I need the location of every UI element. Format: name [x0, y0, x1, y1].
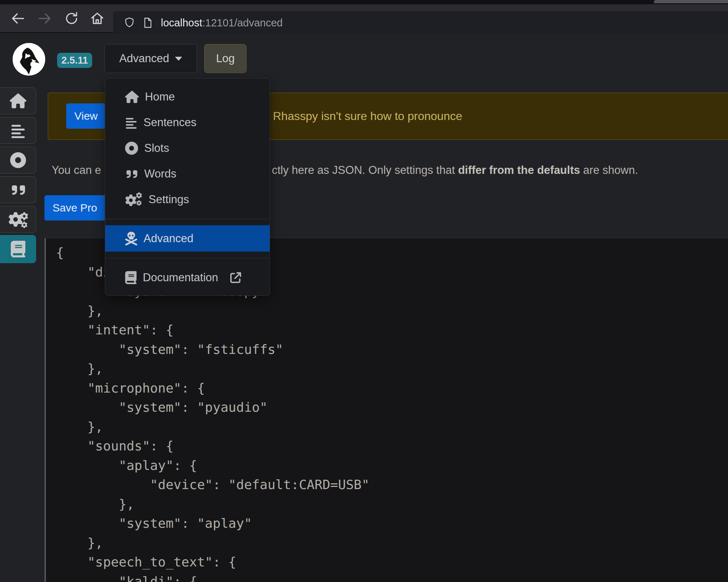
url-text: localhost:12101/advanced	[161, 17, 283, 29]
back-arrow-icon	[11, 11, 25, 26]
url-bar[interactable]: localhost:12101/advanced	[113, 11, 728, 34]
quote-right-icon	[10, 182, 26, 198]
back-button[interactable]	[11, 11, 25, 26]
save-profile-label: Save Pro	[52, 202, 97, 214]
menu-item-label: Slots	[144, 142, 169, 155]
menu-item-sentences[interactable]: Sentences	[105, 110, 270, 135]
book-icon	[10, 241, 26, 257]
external-link-icon	[230, 272, 241, 283]
rhasspy-logo-icon	[13, 43, 45, 76]
intro-text-pre: ctly here as JSON. Only settings that	[272, 164, 458, 176]
home-icon	[125, 91, 139, 103]
dot-circle-icon	[10, 152, 26, 168]
quote-right-icon	[125, 167, 138, 180]
menu-divider	[105, 219, 270, 219]
align-left-icon	[10, 123, 26, 138]
menu-item-label: Words	[144, 167, 176, 180]
menu-divider	[105, 258, 270, 258]
skull-crossbones-icon	[125, 232, 137, 245]
reload-icon	[64, 11, 79, 26]
home-icon	[10, 93, 26, 108]
log-button-label: Log	[216, 52, 235, 65]
menu-item-label: Settings	[149, 193, 189, 206]
gears-icon	[125, 192, 142, 207]
menu-item-label: Sentences	[144, 116, 197, 129]
nav-dropdown-menu: Home Sentences Slots Words Settings Adva…	[105, 78, 270, 296]
url-path: :12101/advanced	[202, 17, 283, 29]
save-profile-button[interactable]: Save Pro	[44, 195, 105, 221]
sidebar-item-home[interactable]	[0, 87, 36, 114]
small-gear-icon	[20, 212, 28, 220]
home-icon	[90, 11, 104, 26]
view-button-label: View	[74, 110, 98, 122]
view-button[interactable]: View	[66, 103, 106, 129]
chevron-down-icon	[175, 57, 182, 61]
small-gear-icon	[21, 222, 27, 228]
sidebar-item-slots[interactable]	[0, 147, 36, 174]
sidebar-item-settings[interactable]	[0, 206, 36, 233]
page-info-icon[interactable]	[141, 17, 154, 29]
menu-item-label: Documentation	[143, 271, 218, 284]
shield-icon[interactable]	[123, 17, 136, 29]
forward-button[interactable]	[37, 11, 52, 26]
browser-tab[interactable]	[654, 0, 728, 3]
intro-text-post: are shown.	[580, 164, 638, 176]
sidebar-item-words[interactable]	[0, 176, 36, 203]
rhasspy-logo	[13, 43, 45, 76]
sidebar-item-advanced[interactable]	[0, 235, 36, 263]
nav-dropdown-label: Advanced	[119, 52, 169, 65]
intro-text-left: You can e	[52, 164, 101, 177]
version-badge: 2.5.11	[57, 53, 92, 68]
menu-item-label: Advanced	[144, 232, 193, 245]
url-host: localhost	[161, 17, 202, 29]
menu-item-label: Home	[145, 90, 175, 103]
toolbar-home-button[interactable]	[90, 11, 104, 26]
reload-button[interactable]	[64, 11, 79, 26]
menu-item-words[interactable]: Words	[105, 161, 270, 187]
log-button[interactable]: Log	[204, 44, 247, 73]
menu-item-home[interactable]: Home	[105, 84, 270, 110]
book-icon	[125, 271, 137, 284]
alert-message: Rhasspy isn't sure how to pronounce	[273, 110, 462, 123]
align-left-icon	[125, 116, 137, 129]
forward-arrow-icon	[37, 11, 52, 26]
menu-item-documentation[interactable]: Documentation	[105, 265, 270, 290]
menu-item-settings[interactable]: Settings	[105, 187, 270, 212]
nav-dropdown-button[interactable]: Advanced	[104, 44, 197, 73]
intro-text-right: ctly here as JSON. Only settings that di…	[272, 164, 638, 177]
browser-tab-strip	[0, 0, 728, 4]
menu-item-advanced[interactable]: Advanced	[105, 225, 270, 252]
intro-text-bold: differ from the defaults	[458, 164, 580, 176]
menu-item-slots[interactable]: Slots	[105, 135, 270, 161]
browser-toolbar: localhost:12101/advanced	[0, 4, 728, 33]
sidebar-item-sentences[interactable]	[0, 117, 36, 144]
dot-circle-icon	[125, 142, 138, 155]
